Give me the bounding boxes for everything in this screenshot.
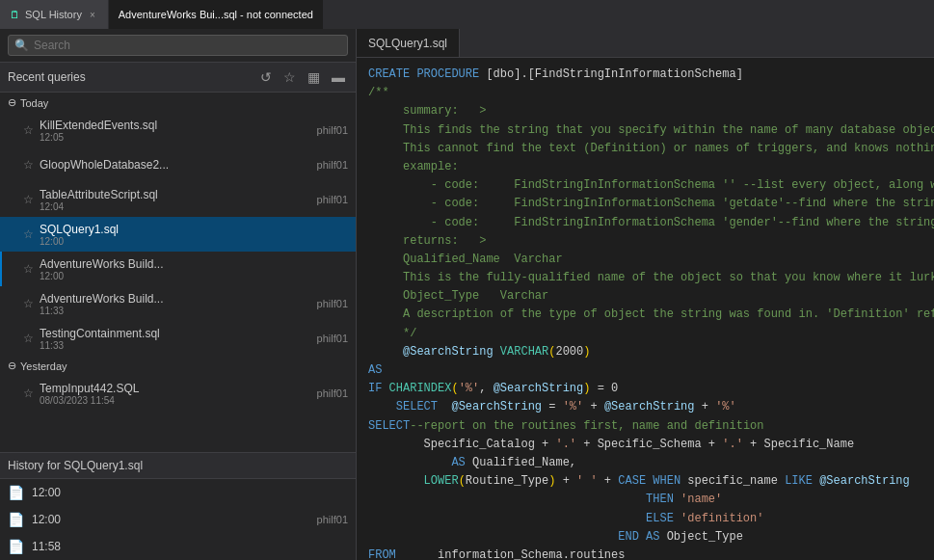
search-bar: 🔍 [0, 29, 356, 63]
star-icon[interactable]: ☆ [23, 123, 34, 137]
query-info: AdventureWorks Build... 11:33 [40, 292, 311, 316]
tab-adventureworks[interactable]: AdventureWorks Bui...sql - not connected [109, 0, 324, 29]
query-time: 11:33 [40, 306, 311, 316]
query-time: 12:05 [40, 132, 311, 143]
editor-tab[interactable]: SQLQuery1.sql [357, 29, 460, 57]
query-time: 12:00 [40, 271, 342, 281]
recent-queries-header: Recent queries ↺ ☆ ▦ ▬ [0, 63, 356, 93]
code-line: LOWER(Routine_Type) + ' ' + CASE WHEN sp… [357, 472, 934, 491]
code-line: AS [357, 361, 934, 380]
history-item[interactable]: 📄 12:00 philf01 [0, 506, 356, 533]
code-line: */ [357, 325, 934, 343]
code-line: This is the fully-qualified name of the … [357, 269, 934, 287]
list-item[interactable]: ☆ GloopWholeDatabase2... philf01 [0, 147, 356, 182]
code-line: - code: FindStringInInformationSchema 'g… [357, 214, 934, 232]
code-line: Qualified_Name Varchar [357, 251, 934, 269]
query-info: GloopWholeDatabase2... [40, 158, 311, 172]
query-user: philf01 [317, 159, 348, 171]
recent-queries-title: Recent queries [8, 70, 252, 84]
list-item[interactable]: ☆ TestingContainment.sql 11:33 philf01 [0, 321, 356, 356]
star-icon[interactable]: ☆ [23, 387, 34, 400]
query-time: 12:04 [40, 201, 311, 212]
editor-tab-label: SQLQuery1.sql [368, 37, 447, 50]
query-time: 12:00 [40, 236, 342, 247]
code-line: Specific_Catalog + '.' + Specific_Schema… [357, 436, 934, 454]
editor-tab-bar: SQLQuery1.sql [357, 29, 934, 58]
tab-sql-history[interactable]: 🗒 SQL History × [0, 0, 109, 29]
list-item[interactable]: ☆ KillExtendedEvents.sql 12:05 philf01 [0, 113, 356, 147]
list-item[interactable]: ☆ TableAttributeScript.sql 12:04 philf01 [0, 182, 356, 217]
query-list: ⊖ Today ☆ KillExtendedEvents.sql 12:05 p… [0, 93, 356, 452]
app-container: 🗒 SQL History × AdventureWorks Bui...sql… [0, 0, 934, 560]
code-line: IF CHARINDEX('%', @SearchString) = 0 [357, 380, 934, 398]
list-item[interactable]: ☆ TempInput442.SQL 08/03/2023 11:54 phil… [0, 376, 356, 411]
history-item[interactable]: 📄 12:00 [0, 479, 356, 506]
query-time: 08/03/2023 11:54 [40, 395, 311, 406]
list-item[interactable]: ☆ AdventureWorks Build... 12:00 [0, 252, 356, 286]
code-line: CREATE PROCEDURE [dbo].[FindStringInInfo… [357, 66, 934, 84]
group-yesterday[interactable]: ⊖ Yesterday [0, 356, 356, 376]
query-user: philf01 [317, 124, 348, 136]
query-user: philf01 [317, 387, 348, 399]
star-icon[interactable]: ☆ [23, 332, 34, 345]
query-name: GloopWholeDatabase2... [40, 158, 311, 172]
query-info: SQLQuery1.sql 12:00 [40, 223, 342, 247]
history-item[interactable]: 📄 11:58 [0, 533, 356, 560]
query-name: AdventureWorks Build... [40, 257, 342, 271]
file-icon: 📄 [8, 539, 24, 554]
code-line: returns: > [357, 232, 934, 251]
code-line: A description of the type of object the … [357, 306, 934, 324]
chevron-down-icon: ⊖ [8, 360, 16, 372]
tab-sql-history-label: SQL History [25, 9, 82, 20]
tab-close-sql-history[interactable]: × [87, 9, 98, 21]
star-icon[interactable]: ☆ [23, 262, 34, 276]
code-line: ELSE 'definition' [357, 510, 934, 528]
star-icon[interactable]: ☆ [23, 297, 34, 310]
query-info: KillExtendedEvents.sql 12:05 [40, 119, 311, 143]
code-line: THEN 'name' [357, 491, 934, 509]
folder-button[interactable]: ▬ [329, 68, 348, 86]
code-line: AS Qualified_Name, [357, 454, 934, 472]
right-panel: SQLQuery1.sql CREATE PROCEDURE [dbo].[Fi… [357, 29, 934, 560]
search-input[interactable] [34, 39, 341, 52]
group-today-label: Today [20, 97, 48, 109]
star-icon[interactable]: ☆ [23, 193, 34, 206]
tab-bar: 🗒 SQL History × AdventureWorks Bui...sql… [0, 0, 934, 29]
search-input-wrap: 🔍 [8, 35, 348, 56]
query-user: philf01 [317, 333, 348, 344]
query-name: SQLQuery1.sql [40, 223, 342, 236]
history-title: History for SQLQuery1.sql [8, 459, 143, 472]
save-button[interactable]: ▦ [305, 68, 323, 86]
query-name: TestingContainment.sql [40, 327, 311, 340]
history-time: 11:58 [32, 540, 340, 553]
code-line: SELECT--report on the routines first, na… [357, 417, 934, 436]
query-name: TempInput442.SQL [40, 382, 311, 395]
history-time: 12:00 [32, 513, 309, 526]
history-section: History for SQLQuery1.sql 📄 12:00 📄 12:0… [0, 452, 356, 560]
query-info: TableAttributeScript.sql 12:04 [40, 188, 311, 212]
code-line: This cannot find the text (Definition) o… [357, 140, 934, 158]
search-icon: 🔍 [14, 39, 29, 52]
star-icon[interactable]: ☆ [23, 158, 34, 172]
star-icon[interactable]: ☆ [23, 227, 34, 241]
code-line: SELECT @SearchString = '%' + @SearchStri… [357, 398, 934, 416]
query-info: TestingContainment.sql 11:33 [40, 327, 311, 351]
group-today[interactable]: ⊖ Today [0, 93, 356, 113]
code-line: @SearchString VARCHAR(2000) [357, 343, 934, 361]
query-name: AdventureWorks Build... [40, 292, 311, 306]
code-line: Object_Type Varchar [357, 287, 934, 306]
tab-adventureworks-label: AdventureWorks Bui...sql - not connected [119, 9, 313, 20]
query-time: 11:33 [40, 340, 311, 351]
refresh-button[interactable]: ↺ [257, 68, 275, 86]
list-item-selected[interactable]: ☆ SQLQuery1.sql 12:00 [0, 217, 356, 252]
group-yesterday-label: Yesterday [20, 360, 67, 372]
query-info: TempInput442.SQL 08/03/2023 11:54 [40, 382, 311, 406]
list-item[interactable]: ☆ AdventureWorks Build... 11:33 philf01 [0, 286, 356, 321]
code-line: /** [357, 84, 934, 102]
code-editor[interactable]: CREATE PROCEDURE [dbo].[FindStringInInfo… [357, 58, 934, 560]
query-name: KillExtendedEvents.sql [40, 119, 311, 132]
query-user: philf01 [317, 298, 348, 309]
main-content: 🔍 Recent queries ↺ ☆ ▦ ▬ ⊖ Today [0, 29, 934, 560]
query-info: AdventureWorks Build... 12:00 [40, 257, 342, 281]
star-filter-button[interactable]: ☆ [280, 68, 299, 86]
